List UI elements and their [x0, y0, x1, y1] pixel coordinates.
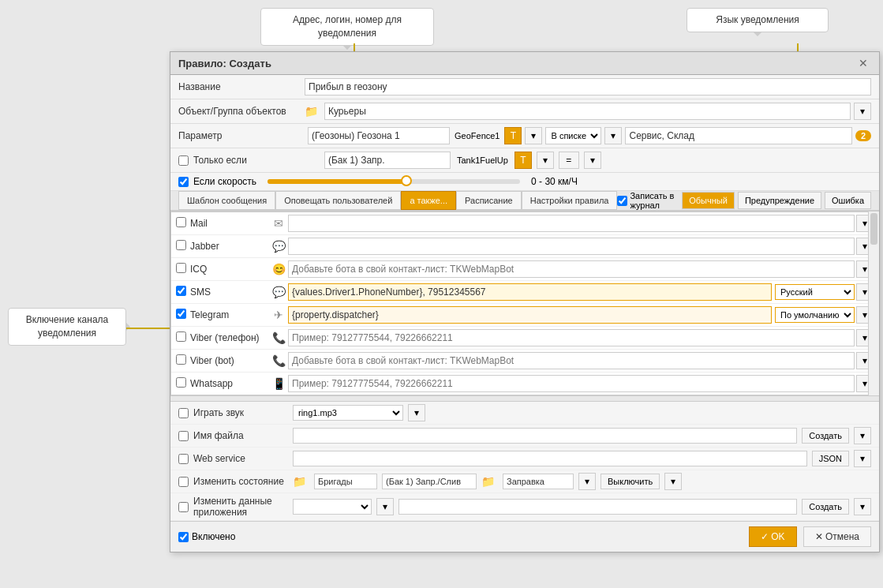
vykluchit-dropdown[interactable]: ▾ [664, 473, 682, 490]
whatsapp-input[interactable] [288, 375, 855, 392]
viber-phone-input[interactable] [288, 329, 855, 346]
geofence-t-btn[interactable]: Т [504, 127, 522, 144]
icq-input[interactable] [288, 260, 855, 278]
equals-btn[interactable]: = [559, 152, 579, 169]
create-file-dropdown[interactable]: ▾ [854, 427, 871, 444]
change-app-checkbox[interactable] [178, 502, 189, 512]
file-checkbox[interactable] [178, 431, 189, 441]
change-app-input[interactable] [398, 499, 797, 515]
change-state-checkbox[interactable] [178, 477, 189, 487]
create-app-dropdown[interactable]: ▾ [854, 498, 871, 515]
viber-phone-checkbox[interactable] [176, 331, 186, 342]
name-label: Название [178, 81, 305, 92]
sms-checkbox[interactable] [176, 286, 186, 296]
condition-drop-btn[interactable]: ▾ [584, 152, 601, 169]
log-checkbox[interactable] [617, 196, 627, 206]
sound-row: Играть звук ring1.mp3 ▾ [170, 402, 879, 425]
telegram-checkbox[interactable] [176, 309, 186, 319]
change-state-label: Изменить состояние [193, 476, 288, 487]
geofence-drop-btn[interactable]: ▾ [525, 127, 542, 144]
only-if-checkbox[interactable] [178, 155, 189, 166]
mail-checkbox[interactable] [176, 217, 186, 227]
tank-t-btn[interactable]: Т [514, 152, 532, 169]
viber-bot-name: Viber (bot) [190, 355, 269, 366]
object-row: Объект/Группа объектов 📁 ▾ [170, 99, 879, 124]
tab-template[interactable]: Шаблон сообщения [178, 191, 275, 210]
json-btn[interactable]: JSON [812, 451, 849, 466]
vykluchit-btn[interactable]: Выключить [601, 474, 660, 489]
zapravka-input[interactable] [503, 474, 574, 489]
whatsapp-checkbox[interactable] [176, 377, 186, 388]
tank-tag: Tank1FuelUp [457, 155, 508, 165]
object-dropdown-btn[interactable]: ▾ [854, 103, 871, 120]
sound-select[interactable]: ring1.mp3 [293, 405, 403, 421]
jabber-input[interactable] [288, 238, 855, 255]
enabled-area: Включено [178, 531, 235, 542]
geofence-input[interactable] [308, 127, 450, 144]
file-input[interactable] [293, 428, 797, 444]
file-row: Имя файла Создать ▾ [170, 425, 879, 448]
only-if-input[interactable] [324, 152, 451, 169]
channel-row-sms: SMS 💬 Русский По умолчанию English ▾ [171, 281, 878, 304]
mail-input[interactable] [288, 215, 855, 232]
tab-warning[interactable]: Предупреждение [738, 192, 821, 209]
webservice-checkbox[interactable] [178, 454, 189, 464]
channel-row-telegram: Telegram ✈ Русский По умолчанию English … [171, 304, 878, 327]
badge: 2 [855, 130, 871, 141]
viber-bot-checkbox[interactable] [176, 354, 186, 365]
tabs-right: Записать в журнал Обычный Предупреждение… [617, 191, 871, 210]
tab-also[interactable]: а также... [401, 191, 456, 210]
speed-label: Если скорость [193, 176, 256, 187]
jabber-checkbox[interactable] [176, 240, 186, 250]
geofence-tag: GeoFence1 [455, 131, 499, 140]
telegram-name: Telegram [190, 309, 269, 320]
channel-row-icq: ICQ 😊 ▾ [171, 258, 878, 281]
channel-row-viber-bot: Viber (bot) 📞 ▾ [171, 350, 878, 373]
tab-settings[interactable]: Настройки правила [522, 191, 618, 210]
sound-checkbox[interactable] [178, 408, 189, 418]
telegram-input[interactable] [288, 306, 772, 324]
change-app-select[interactable] [293, 499, 372, 515]
service-input[interactable] [625, 127, 851, 144]
name-control [305, 78, 871, 96]
tab-notify-users[interactable]: Оповещать пользователей [275, 191, 401, 210]
icq-checkbox[interactable] [176, 263, 186, 273]
sms-input[interactable] [288, 283, 772, 301]
name-input[interactable] [305, 78, 871, 96]
log-label: Записать в журнал [630, 191, 679, 210]
viber-bot-input[interactable] [288, 352, 855, 369]
webservice-label: Web service [193, 453, 288, 464]
speed-slider[interactable] [268, 179, 520, 184]
tab-schedule[interactable]: Расписание [456, 191, 522, 210]
tank-drop-btn[interactable]: ▾ [537, 152, 554, 169]
change-app-dropdown[interactable]: ▾ [376, 498, 394, 515]
list-drop-btn[interactable]: ▾ [604, 127, 622, 144]
enabled-checkbox[interactable] [178, 532, 189, 542]
brigades-input[interactable] [314, 474, 377, 489]
in-list-select[interactable]: В списке [545, 127, 601, 144]
whatsapp-name: Whatsapp [190, 378, 269, 389]
webservice-input[interactable] [293, 451, 807, 466]
sound-dropdown[interactable]: ▾ [408, 404, 425, 421]
tab-normal[interactable]: Обычный [682, 192, 735, 209]
object-input[interactable] [324, 103, 851, 120]
channel-row-jabber: Jabber 💬 ▾ [171, 235, 878, 258]
create-app-btn[interactable]: Создать [802, 499, 849, 515]
channels-scrollbar[interactable] [868, 212, 879, 395]
file-label: Имя файла [193, 430, 288, 441]
zapravka-dropdown[interactable]: ▾ [578, 473, 596, 490]
speed-checkbox[interactable] [178, 177, 189, 187]
ok-button[interactable]: ✓ OK [749, 526, 797, 547]
close-button[interactable]: ✕ [855, 57, 871, 69]
create-file-btn[interactable]: Создать [802, 428, 849, 444]
bak-input[interactable] [382, 474, 477, 489]
change-app-row: Изменить данные приложения ▾ Создать ▾ [170, 493, 879, 521]
object-label: Объект/Группа объектов [178, 106, 305, 117]
sms-lang-select[interactable]: Русский По умолчанию English [775, 284, 855, 300]
cancel-button[interactable]: ✕ Отмена [803, 526, 871, 547]
object-control: 📁 ▾ [305, 103, 871, 120]
telegram-lang: Русский По умолчанию English ▾ [775, 306, 874, 324]
telegram-lang-select[interactable]: Русский По умолчанию English [775, 307, 855, 323]
json-dropdown[interactable]: ▾ [854, 450, 871, 467]
tab-error[interactable]: Ошибка [825, 192, 871, 209]
